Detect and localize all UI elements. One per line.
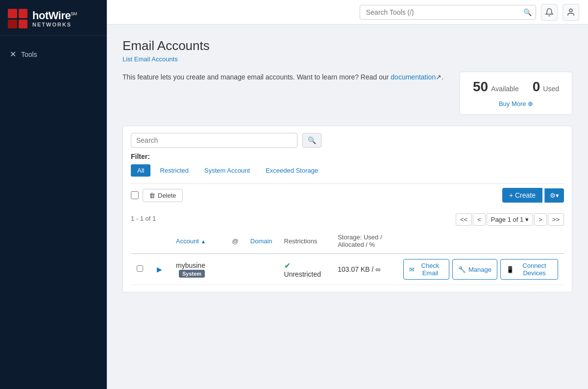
col-checkbox [131,229,149,254]
system-badge: System [179,270,205,278]
filter-tab-restricted[interactable]: Restricted [153,164,195,177]
delete-button[interactable]: 🗑 Delete [143,189,183,202]
svg-point-0 [569,9,572,12]
filter-tab-all[interactable]: All [131,164,150,177]
logo-sq-1 [8,9,17,18]
row-expand-cell: ▶ [149,254,170,285]
quota-available: 50 Available [473,79,519,95]
sidebar: hotWireSM NETWORKS ✕ Tools [0,0,107,389]
wrench-icon: 🔧 [458,266,466,273]
logo-squares [8,9,27,28]
buy-more-link[interactable]: Buy More ⊕ [499,100,533,107]
sidebar-item-tools[interactable]: ✕ Tools [0,45,107,64]
logo-brand: hotWireSM [32,10,77,22]
logo-sq-2 [19,9,28,18]
available-label: Available [491,85,519,93]
check-email-button[interactable]: ✉ Check Email [403,259,449,280]
envelope-icon: ✉ [409,266,415,273]
bell-icon [545,8,554,17]
row-storage-cell: 103.07 KB / ∞ [332,254,397,285]
top-section: This feature lets you create and manage … [122,72,572,115]
topbar: 🔍 [107,0,588,25]
main: 🔍 Email Accounts List Email Accounts Thi… [107,0,588,389]
logo-networks: NETWORKS [32,22,77,27]
row-checkbox-cell [131,254,149,285]
search-tools-icon: 🔍 [523,8,532,16]
trash-icon: 🗑 [149,192,155,199]
page-title: Email Accounts [122,38,572,53]
row-expand-button[interactable]: ▶ [155,265,164,273]
search-row: 🔍 [131,133,564,148]
page-selector[interactable]: Page 1 of 1 ▾ [487,213,534,226]
notifications-button[interactable] [541,4,558,21]
chevron-down-icon: ▾ [525,216,529,223]
select-all-checkbox[interactable] [131,191,139,199]
sidebar-item-label: Tools [21,51,37,58]
gear-icon: ⚙▾ [550,192,559,199]
breadcrumb[interactable]: List Email Accounts [122,55,572,63]
row-account-cell: mybusine System [170,254,226,285]
desc-col: This feature lets you create and manage … [122,72,445,82]
user-button[interactable] [563,4,579,21]
col-at: @ [226,229,245,254]
row-actions: ✉ Check Email 🔧 Manage 📱 Connect Devices [403,259,558,280]
table-header-row: Account ▲ @ Domain Restrictions Storage:… [131,229,564,254]
logo-area: hotWireSM NETWORKS [0,0,107,36]
user-icon [566,8,575,17]
check-icon: ✔ [284,261,291,270]
used-label: Used [543,85,559,93]
col-actions [397,229,564,254]
filter-tab-exceeded[interactable]: Exceeded Storage [259,164,324,177]
create-button[interactable]: + Create [502,188,542,203]
used-num: 0 [533,79,540,95]
search-tools-input[interactable] [364,5,523,19]
prev-page-button[interactable]: < [473,213,486,226]
col-restrictions: Restrictions [278,229,332,254]
logo-sq-4 [19,20,28,29]
col-expand [149,229,170,254]
search-icon: 🔍 [308,136,316,144]
col-account[interactable]: Account ▲ [170,229,226,254]
filter-tab-system[interactable]: System Account [198,164,256,177]
table-search-input[interactable] [131,133,297,148]
row-restrictions-cell: ✔ Unrestricted [278,254,332,285]
last-page-button[interactable]: >> [548,213,564,226]
table-toolbar: 🗑 Delete + Create ⚙▾ [131,183,564,207]
filter-tabs: All Restricted System Account Exceeded S… [131,164,564,177]
row-at-cell [226,254,245,285]
count-info: 1 - 1 of 1 [131,215,156,222]
toolbar-left: 🗑 Delete [131,189,183,202]
pagination-row: 1 - 1 of 1 << < Page 1 of 1 ▾ > >> [131,210,564,229]
email-table: Account ▲ @ Domain Restrictions Storage:… [131,229,564,285]
table-search-button[interactable]: 🔍 [302,133,321,148]
create-dropdown-button[interactable]: ⚙▾ [544,188,564,203]
logo-sq-3 [8,20,17,29]
search-tools-wrap: 🔍 [360,5,536,20]
row-domain-cell [245,254,278,285]
manage-button[interactable]: 🔧 Manage [452,259,497,280]
pagination-controls: << < Page 1 of 1 ▾ > >> [456,213,564,226]
description: This feature lets you create and manage … [122,72,445,82]
page-content: Email Accounts List Email Accounts This … [107,25,588,389]
sidebar-nav: ✕ Tools [0,36,107,73]
quota-panel: 50 Available 0 Used Buy More ⊕ [460,72,572,115]
toolbar-right: + Create ⚙▾ [502,188,564,203]
sort-icon: ▲ [201,238,206,244]
next-page-button[interactable]: > [534,213,547,226]
available-num: 50 [473,79,488,95]
row-actions-cell: ✉ Check Email 🔧 Manage 📱 Connect Devices [397,254,564,285]
quota-used: 0 Used [533,79,559,95]
filter-label: Filter: [131,153,564,160]
device-icon: 📱 [506,266,514,273]
doc-link[interactable]: documentation [391,73,436,81]
table-row: ▶ mybusine System ✔ Unrestricted [131,254,564,285]
quota-numbers: 50 Available 0 Used [472,79,560,95]
col-domain: Domain [245,229,278,254]
row-checkbox[interactable] [137,265,143,272]
first-page-button[interactable]: << [456,213,472,226]
tools-icon: ✕ [10,50,16,59]
filter-section: 🔍 Filter: All Restricted System Account … [122,126,572,292]
connect-devices-button[interactable]: 📱 Connect Devices [500,259,558,280]
logo-text: hotWireSM NETWORKS [32,10,77,27]
col-storage: Storage: Used / Allocated / % [332,229,397,254]
